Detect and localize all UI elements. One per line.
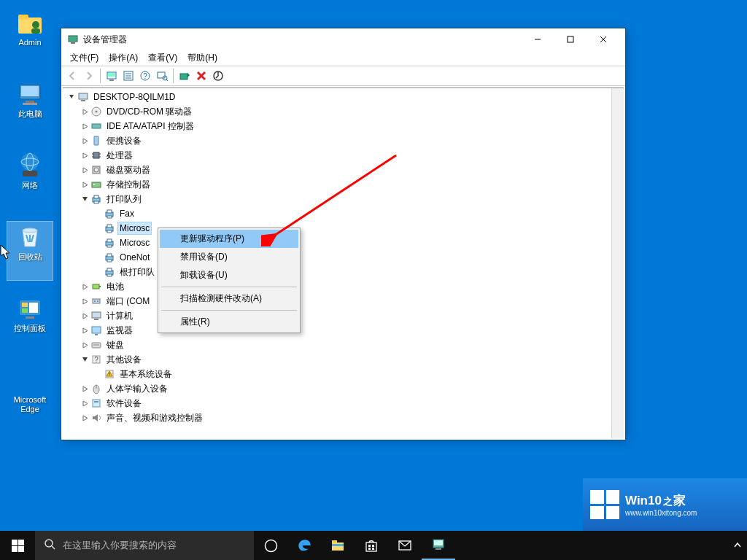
tree-category[interactable]: 人体学输入设备 — [79, 381, 611, 396]
tool-disable-icon[interactable] — [210, 68, 226, 84]
svg-rect-19 — [71, 42, 75, 44]
tree-category[interactable]: 便携设备 — [79, 133, 611, 148]
tree-category[interactable]: 键盘 — [79, 338, 611, 352]
svg-rect-97 — [18, 546, 24, 552]
close-button[interactable] — [587, 29, 619, 50]
expand-icon[interactable] — [80, 136, 89, 145]
expand-icon[interactable] — [80, 107, 89, 116]
tree-category[interactable]: 声音、视频和游戏控制器 — [79, 411, 611, 425]
desktop-icon-this-pc[interactable]: 此电脑 — [7, 79, 53, 137]
svg-text:?: ? — [94, 356, 98, 364]
tree-label: 基本系统设备 — [118, 368, 174, 381]
mail-taskbar-icon[interactable] — [388, 531, 422, 560]
tree-category[interactable]: 存储控制器 — [79, 177, 611, 192]
tray-expand-icon[interactable] — [728, 531, 747, 560]
svg-rect-62 — [107, 225, 112, 228]
expand-icon[interactable] — [80, 282, 89, 291]
taskbar-search[interactable]: 在这里输入你要搜索的内容 — [35, 531, 254, 560]
tool-update-driver-icon[interactable] — [177, 68, 193, 84]
tree-category[interactable]: 磁盘驱动器 — [79, 163, 611, 177]
tree-leaf[interactable]: Fax — [92, 206, 611, 221]
tool-help-icon[interactable]: ? — [137, 68, 153, 84]
maximize-button[interactable] — [554, 29, 587, 50]
tool-scan-icon[interactable] — [154, 68, 170, 84]
collapse-icon[interactable] — [67, 93, 76, 101]
desktop-icon-admin[interactable]: Admin — [7, 7, 53, 66]
monitor-icon — [90, 324, 102, 336]
tree-label: 计算机 — [105, 309, 134, 323]
cortana-icon[interactable] — [254, 531, 287, 560]
svg-rect-79 — [94, 319, 98, 320]
tree-category[interactable]: 处理器 — [79, 148, 611, 163]
tree-label: 软件设备 — [105, 397, 143, 411]
edge-taskbar-icon[interactable] — [287, 531, 321, 560]
file-explorer-taskbar-icon[interactable] — [321, 531, 355, 560]
tree-category[interactable]: ?其他设备 — [79, 352, 611, 367]
expand-icon[interactable] — [80, 166, 89, 174]
svg-rect-81 — [95, 334, 98, 335]
store-taskbar-icon[interactable] — [355, 531, 388, 560]
tree-category[interactable]: IDE ATA/ATAPI 控制器 — [79, 119, 611, 133]
svg-text:?: ? — [143, 72, 147, 80]
svg-rect-26 — [109, 79, 114, 81]
context-menu-item[interactable]: 卸载设备(U) — [160, 266, 298, 284]
tree-label: OneNot — [118, 252, 151, 263]
menu-help[interactable]: 帮助(H) — [183, 51, 222, 65]
tree-root[interactable]: DESKTOP-8QILM1D — [66, 90, 611, 104]
start-button[interactable] — [0, 531, 35, 560]
context-menu-item[interactable]: 属性(R) — [160, 313, 298, 331]
expand-icon[interactable] — [80, 311, 89, 320]
expand-icon[interactable] — [80, 341, 89, 349]
tree-leaf[interactable]: 基本系统设备 — [92, 367, 611, 381]
tree-label: 电池 — [105, 280, 125, 294]
collapse-icon[interactable] — [80, 195, 89, 203]
tool-properties-icon[interactable] — [120, 68, 136, 84]
expand-icon[interactable] — [80, 413, 89, 422]
tree-label: 处理器 — [105, 149, 134, 163]
context-menu-item[interactable]: 禁用设备(D) — [160, 248, 298, 266]
expand-icon[interactable] — [80, 326, 89, 335]
tool-uninstall-icon[interactable] — [193, 68, 209, 84]
menu-file[interactable]: 文件(F) — [66, 51, 103, 65]
taskbar: 在这里输入你要搜索的内容 — [0, 531, 747, 560]
expand-icon[interactable] — [80, 384, 89, 393]
expand-icon[interactable] — [80, 297, 89, 306]
printer-icon — [104, 222, 115, 234]
tree-label: 键盘 — [105, 338, 125, 352]
expand-icon[interactable] — [80, 399, 89, 408]
vertical-scrollbar[interactable] — [611, 88, 624, 438]
svg-rect-102 — [332, 540, 337, 543]
svg-line-99 — [52, 546, 55, 549]
svg-rect-6 — [26, 101, 34, 103]
user-folder-icon — [15, 7, 44, 36]
menu-action[interactable]: 操作(A) — [104, 51, 142, 65]
context-menu-item[interactable]: 扫描检测硬件改动(A) — [160, 289, 298, 308]
computer-icon — [90, 310, 102, 322]
expand-icon[interactable] — [80, 180, 89, 189]
tree-category[interactable]: 打印队列 — [79, 192, 611, 206]
window-title: 设备管理器 — [83, 34, 521, 46]
device-tree[interactable]: DESKTOP-8QILM1D DVD/CD-ROM 驱动器IDE ATA/AT… — [63, 88, 611, 438]
back-button — [64, 68, 80, 84]
svg-rect-106 — [372, 545, 374, 547]
tree-category[interactable]: 软件设备 — [79, 396, 611, 411]
desktop-icon-recycle-bin[interactable]: 回收站 — [7, 222, 53, 280]
desktop-icon-edge[interactable]: Microsoft Edge — [7, 365, 53, 423]
svg-rect-41 — [81, 100, 85, 101]
menu-view[interactable]: 查看(V) — [144, 51, 182, 65]
printer-icon — [104, 266, 115, 278]
tree-category[interactable]: DVD/CD-ROM 驱动器 — [79, 104, 611, 119]
titlebar[interactable]: 设备管理器 — [61, 28, 625, 50]
svg-rect-91 — [93, 400, 100, 407]
minimize-button[interactable] — [521, 29, 554, 50]
desktop-icon-control-panel[interactable]: 控制面板 — [7, 293, 53, 351]
expand-icon[interactable] — [80, 122, 89, 131]
context-menu-item[interactable]: 更新驱动程序(P) — [160, 230, 298, 248]
device-manager-taskbar-icon[interactable] — [422, 531, 455, 560]
tool-computer-icon[interactable] — [104, 68, 120, 84]
tree-label: Microsc — [118, 237, 151, 249]
desktop-icon-network[interactable]: 网络 — [7, 150, 53, 209]
collapse-icon[interactable] — [80, 355, 89, 364]
expand-icon[interactable] — [80, 151, 89, 160]
svg-point-88 — [109, 375, 109, 376]
